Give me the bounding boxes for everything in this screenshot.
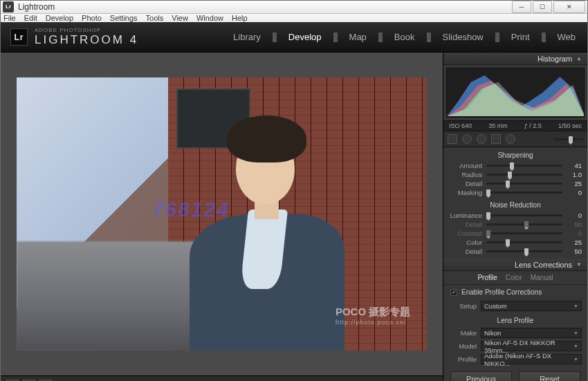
sharpen-label: Amount [449,162,482,169]
module-print[interactable]: Print [509,32,532,42]
histogram-header[interactable]: Histogram▲ [443,53,587,65]
module-book[interactable]: Book [392,32,417,42]
grad-tool-icon[interactable] [491,134,501,144]
menu-file[interactable]: File [3,14,16,22]
lens-profile-heading: Lens Profile [443,313,587,326]
menu-develop[interactable]: Develop [46,14,73,22]
setup-select[interactable]: Custom▼ [481,301,582,311]
histogram-graph[interactable] [446,68,585,118]
noise-slider[interactable] [486,232,562,234]
model-select[interactable]: Nikon AF-S DX NIKKOR 35mm...▼ [481,341,582,351]
sharpen-label: Detail [449,180,482,187]
window-title: Lightroom [18,2,512,12]
noise-value: 50 [567,221,582,228]
histogram-iso: ISO 640 [449,122,472,129]
menu-tools[interactable]: Tools [146,14,164,22]
sharpen-label: Radius [449,171,482,178]
sharpen-slider[interactable] [486,192,562,194]
menu-view[interactable]: View [172,14,188,22]
maximize-button[interactable]: ☐ [533,1,552,13]
noise-row-2: Contrast0 [443,229,587,238]
module-library[interactable]: Library [231,32,263,42]
make-select[interactable]: Nikon▼ [481,328,582,338]
noise-row-4: Detail50 [443,247,587,256]
enable-profile-label: Enable Profile Corrections [461,288,542,296]
redeye-tool-icon[interactable] [477,134,486,144]
sharpen-row-3: Masking0 [443,188,587,197]
histogram-shutter: 1/50 sec [558,122,582,129]
sharpen-label: Masking [449,189,482,196]
app-favicon: Lr [3,1,14,12]
watermark-brand: POCO 摄影专题http://photo.poco.cn/ [336,306,410,326]
sharpen-row-1: Radius1.0 [443,170,587,179]
histogram-focal: 35 mm [488,122,508,129]
sharpen-row-2: Detail25 [443,179,587,188]
photo-preview[interactable]: 768124 POCO 摄影专题http://photo.poco.cn/ [17,77,427,351]
lens-header[interactable]: Lens Corrections▼ [443,259,587,271]
tab-manual[interactable]: Manual [531,274,553,281]
noise-slider[interactable] [486,214,562,216]
noise-row-1: Detail50 [443,220,587,229]
noise-slider[interactable] [486,223,562,225]
sharpening-title: Sharpening [443,147,587,161]
histogram-aperture: ƒ / 2.5 [524,122,542,129]
menu-window[interactable]: Window [196,14,223,22]
lightroom-logo: Lr [10,28,28,46]
menu-edit[interactable]: Edit [24,14,37,22]
spot-tool-icon[interactable] [462,134,472,144]
noise-value: 25 [567,239,582,246]
sharpen-row-0: Amount41 [443,161,587,170]
previous-button[interactable]: Previous [450,371,512,381]
sharpen-value: 25 [567,180,582,187]
menu-settings[interactable]: Settings [110,14,138,22]
noise-value: 0 [567,230,582,237]
profile-select[interactable]: Adobe (Nikon AF-S DX NIKKO...▼ [481,354,582,364]
noise-label: Luminance [449,212,482,219]
noise-value: 0 [567,212,582,219]
sharpen-value: 41 [567,162,582,169]
noise-row-3: Color25 [443,238,587,247]
watermark-center: 768124 [152,198,230,221]
minimize-button[interactable]: ─ [512,1,531,13]
sharpen-slider[interactable] [486,165,562,167]
tab-profile[interactable]: Profile [477,274,497,281]
module-map[interactable]: Map [347,32,369,42]
sharpen-value: 1.0 [567,171,582,178]
sharpen-slider[interactable] [486,183,562,185]
noise-title: Noise Reduction [443,197,587,211]
noise-row-0: Luminance0 [443,211,587,220]
brush-tool-icon[interactable] [506,134,515,144]
close-button[interactable]: ✕ [553,1,585,13]
noise-label: Contrast [449,230,482,237]
menu-help[interactable]: Help [232,14,248,22]
noise-slider[interactable] [486,241,562,243]
reset-button[interactable]: Reset [519,371,580,381]
crop-tool-icon[interactable] [448,134,457,144]
noise-label: Detail [449,248,482,255]
enable-profile-checkbox[interactable]: ✓ [450,289,457,296]
noise-label: Detail [449,221,482,228]
menu-photo[interactable]: Photo [82,14,102,22]
noise-label: Color [449,239,482,246]
module-web[interactable]: Web [555,32,578,42]
noise-slider[interactable] [486,250,562,252]
module-slideshow[interactable]: Slideshow [441,32,486,42]
sharpen-slider[interactable] [486,174,562,176]
brand-top: ADOBE PHOTOSHOP [35,27,138,33]
tab-color[interactable]: Color [506,274,522,281]
noise-value: 50 [567,248,582,255]
brand-main: LIGHTROOM 4 [35,33,138,47]
menu-bar: File Edit Develop Photo Settings Tools V… [1,14,587,22]
sharpen-value: 0 [567,189,582,196]
module-develop[interactable]: Develop [286,32,324,42]
